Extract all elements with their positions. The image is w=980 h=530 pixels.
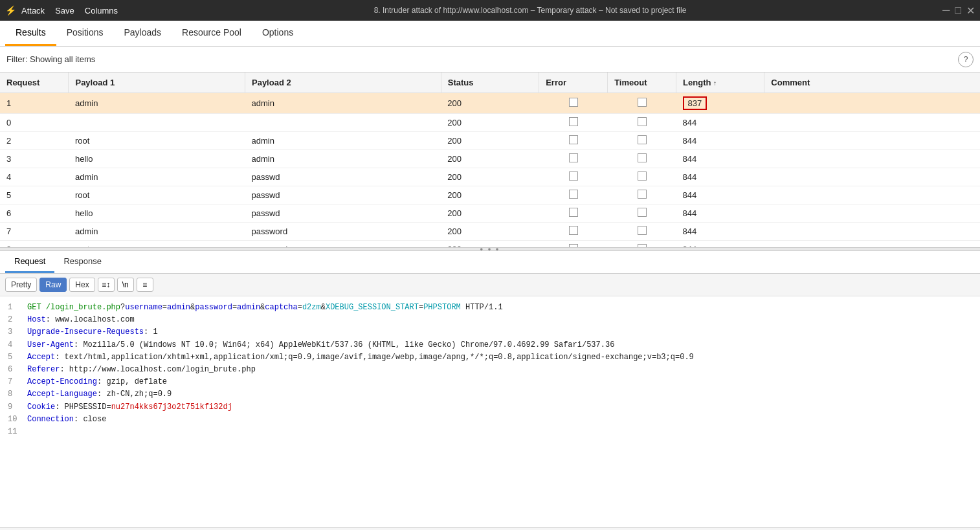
cell-comment xyxy=(764,223,980,241)
table-row[interactable]: 4 admin passwd 200 844 xyxy=(0,168,980,186)
cell-timeout xyxy=(608,241,676,248)
col-timeout[interactable]: Timeout xyxy=(608,72,676,93)
col-payload1[interactable]: Payload 1 xyxy=(69,72,245,93)
tab-options[interactable]: Options xyxy=(252,21,304,46)
fmt-icon-newline[interactable]: \n xyxy=(117,278,134,292)
fmt-pretty[interactable]: Pretty xyxy=(5,278,37,292)
line-content: Host: www.localhost.com xyxy=(27,314,135,326)
cell-p1: admin xyxy=(69,168,245,186)
cell-p1: hello xyxy=(69,150,245,168)
cell-req: 4 xyxy=(0,168,69,186)
code-line: 9 Cookie: PHPSESSID=nu27n4kks67j3o2t751k… xyxy=(8,401,972,414)
window-title: 8. Intruder attack of http://www.localho… xyxy=(118,6,942,15)
line-content: Referer: http://www.localhost.com/login_… xyxy=(27,364,256,376)
cell-req: 1 xyxy=(0,93,69,114)
line-content: Upgrade-Insecure-Requests: 1 xyxy=(27,326,158,338)
code-line: 10 Connection: close xyxy=(8,414,972,426)
line-content: Cookie: PHPSESSID=nu27n4kks67j3o2t751kfi… xyxy=(27,401,232,414)
cell-req: 0 xyxy=(0,114,69,132)
fmt-hex[interactable]: Hex xyxy=(69,278,95,292)
cell-p2: password xyxy=(245,241,441,248)
cell-status: 200 xyxy=(441,114,539,132)
table-row[interactable]: 6 hello passwd 200 844 xyxy=(0,204,980,223)
col-error[interactable]: Error xyxy=(539,72,608,93)
line-content: Accept: text/html,application/xhtml+xml,… xyxy=(27,351,694,364)
tab-resource-pool[interactable]: Resource Pool xyxy=(172,21,252,46)
fmt-icon-wrap[interactable]: ≡↕ xyxy=(98,278,115,292)
line-number: 5 xyxy=(8,351,21,364)
menu-attack[interactable]: Attack xyxy=(21,6,45,16)
menu-save[interactable]: Save xyxy=(55,6,74,16)
line-content: User-Agent: Mozilla/5.0 (Windows NT 10.0… xyxy=(27,339,614,351)
cell-status: 200 xyxy=(441,168,539,186)
col-length[interactable]: Length ↑ xyxy=(676,72,764,93)
tab-results[interactable]: Results xyxy=(5,21,56,46)
col-request[interactable]: Request xyxy=(0,72,69,93)
table-row[interactable]: 2 root admin 200 844 xyxy=(0,132,980,150)
cell-length: 837 xyxy=(676,93,764,114)
cell-length: 844 xyxy=(676,168,764,186)
help-button[interactable]: ? xyxy=(958,52,974,67)
cell-p1: admin xyxy=(69,223,245,241)
code-area: 1 GET /login_brute.php?username=admin&pa… xyxy=(0,296,980,527)
table-row[interactable]: 3 hello admin 200 844 xyxy=(0,150,980,168)
line-number: 1 xyxy=(8,302,21,314)
cell-p2: admin xyxy=(245,132,441,150)
cell-length: 844 xyxy=(676,186,764,204)
cell-error xyxy=(539,223,608,241)
table-row[interactable]: 7 admin password 200 844 xyxy=(0,223,980,241)
line-number: 11 xyxy=(8,426,21,438)
cell-length: 844 xyxy=(676,114,764,132)
cell-comment xyxy=(764,132,980,150)
line-number: 8 xyxy=(8,388,21,401)
table-row[interactable]: 0 200 844 xyxy=(0,114,980,132)
cell-p1: root xyxy=(69,186,245,204)
line-number: 3 xyxy=(8,326,21,338)
col-status[interactable]: Status xyxy=(441,72,539,93)
code-line: 2 Host: www.localhost.com xyxy=(8,314,972,326)
filter-text: Filter: Showing all items xyxy=(6,54,958,64)
fmt-icon-menu[interactable]: ≡ xyxy=(137,278,153,292)
cell-status: 200 xyxy=(441,186,539,204)
menu-columns[interactable]: Columns xyxy=(85,6,118,16)
line-content: Connection: close xyxy=(27,414,106,426)
cell-error xyxy=(539,114,608,132)
cell-error xyxy=(539,132,608,150)
close-btn[interactable]: ✕ xyxy=(966,5,975,17)
cell-comment xyxy=(764,93,980,114)
tab-positions[interactable]: Positions xyxy=(56,21,114,46)
tab-bar: Results Positions Payloads Resource Pool… xyxy=(0,21,980,47)
cell-error xyxy=(539,204,608,223)
minimize-btn[interactable]: ─ xyxy=(942,5,950,17)
maximize-btn[interactable]: □ xyxy=(955,5,961,17)
col-comment[interactable]: Comment xyxy=(764,72,980,93)
cell-length: 844 xyxy=(676,223,764,241)
win-controls[interactable]: ─ □ ✕ xyxy=(942,5,975,17)
cell-comment xyxy=(764,168,980,186)
cell-timeout xyxy=(608,114,676,132)
table-row[interactable]: 1 admin admin 200 837 xyxy=(0,93,980,114)
cell-p1: root xyxy=(69,132,245,150)
cell-timeout xyxy=(608,186,676,204)
code-line: 4 User-Agent: Mozilla/5.0 (Windows NT 10… xyxy=(8,339,972,351)
cell-status: 200 xyxy=(441,150,539,168)
code-line: 7 Accept-Encoding: gzip, deflate xyxy=(8,376,972,388)
fmt-raw[interactable]: Raw xyxy=(39,278,67,292)
cell-error xyxy=(539,186,608,204)
cell-p2: admin xyxy=(245,150,441,168)
cell-p1: root xyxy=(69,241,245,248)
menu-bar[interactable]: Attack Save Columns xyxy=(21,6,118,16)
col-payload2[interactable]: Payload 2 xyxy=(245,72,441,93)
cell-comment xyxy=(764,204,980,223)
line-number: 9 xyxy=(8,401,21,414)
filter-bar: Filter: Showing all items ? xyxy=(0,47,980,72)
tab-payloads[interactable]: Payloads xyxy=(114,21,172,46)
bottom-panel: Request Response Pretty Raw Hex ≡↕ \n ≡ … xyxy=(0,251,980,527)
title-bar: ⚡ Attack Save Columns 8. Intruder attack… xyxy=(0,0,980,21)
cell-status: 200 xyxy=(441,93,539,114)
cell-length: 844 xyxy=(676,204,764,223)
table-row[interactable]: 5 root passwd 200 844 xyxy=(0,186,980,204)
tab-response[interactable]: Response xyxy=(54,251,111,273)
line-number: 2 xyxy=(8,314,21,326)
tab-request[interactable]: Request xyxy=(5,251,54,273)
